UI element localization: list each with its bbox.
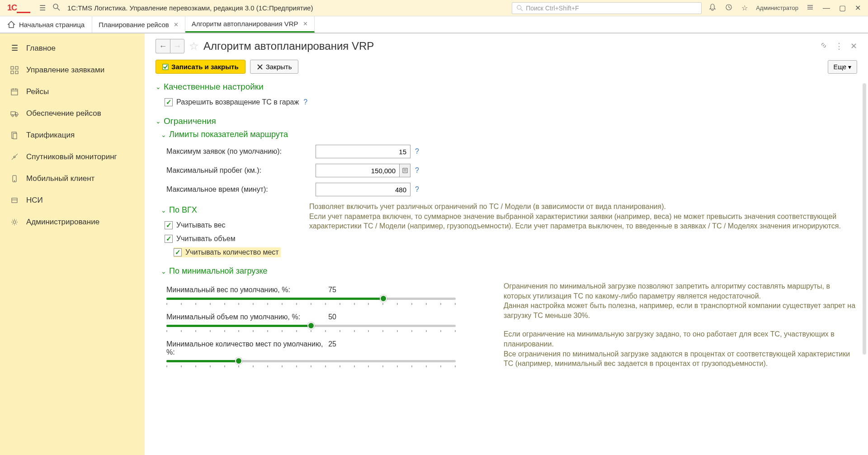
places-label: Учитывать количество мест (185, 248, 279, 256)
section-minload[interactable]: ⌄ По минимальной загрузке (161, 266, 857, 276)
window-close-icon[interactable]: ✕ (851, 2, 864, 14)
scrollbar[interactable] (863, 83, 866, 355)
sidebar-item-label: Управление заявками (26, 66, 104, 75)
max-time-label: Максимальное время (минут): (166, 185, 316, 194)
tab-close-icon[interactable]: ✕ (303, 20, 308, 27)
section-limits[interactable]: ⌄ Ограничения (156, 116, 857, 126)
sidebar-item-main[interactable]: ☰ Главное (0, 37, 145, 59)
save-close-label: Записать и закрыть (171, 63, 239, 71)
sidebar-item-supply[interactable]: Обеспечение рейсов (0, 103, 145, 124)
sidebar-item-sat[interactable]: Спутниковый мониторинг (0, 146, 145, 168)
more-icon[interactable]: ⋮ (835, 41, 843, 52)
help-icon[interactable]: ? (303, 98, 307, 106)
tabs-row: Начальная страница Планирование рейсов ✕… (0, 16, 868, 33)
bell-icon[interactable] (705, 2, 720, 14)
sidebar-item-tariff[interactable]: Тарификация (0, 124, 145, 146)
min-weight-slider[interactable] (166, 297, 456, 300)
hamburger-icon[interactable]: ☰ (36, 2, 49, 14)
svg-point-2 (517, 5, 521, 9)
section-title: По минимальной загрузке (169, 266, 268, 276)
section-route-limits[interactable]: ⌄ Лимиты показателей маршрута (161, 130, 857, 139)
help-icon[interactable]: ? (415, 185, 419, 194)
star-icon[interactable]: ☆ (738, 2, 751, 14)
svg-rect-30 (403, 168, 407, 173)
min-volume-slider[interactable] (166, 324, 456, 327)
chevron-down-icon: ⌄ (161, 268, 166, 275)
max-km-input[interactable] (316, 164, 400, 177)
tab-vrp-algorithm[interactable]: Алгоритм автопланирования VRP ✕ (185, 16, 315, 33)
phone-icon (9, 175, 20, 183)
history-icon[interactable] (722, 2, 736, 14)
svg-point-18 (15, 115, 17, 117)
doc-icon (9, 131, 20, 139)
help-icon[interactable]: ? (415, 147, 419, 156)
chevron-down-icon: ⌄ (156, 118, 161, 125)
maximize-icon[interactable]: ▢ (835, 2, 849, 14)
close-content-icon[interactable]: ✕ (850, 41, 857, 52)
volume-checkbox[interactable] (165, 235, 173, 243)
nav-back-button[interactable]: ← (156, 39, 170, 53)
max-km-row: Максимальный пробег (км.): ? (166, 164, 857, 177)
sidebar-item-admin[interactable]: Администрирование (0, 211, 145, 233)
sidebar-item-routes[interactable]: Рейсы (0, 81, 145, 103)
min-places-slider-row: Минимальное количество мест по умолчанию… (166, 340, 490, 363)
sidebar-item-orders[interactable]: Управление заявками (0, 59, 145, 81)
sidebar-item-mobile[interactable]: Мобильный клиент (0, 168, 145, 190)
svg-point-26 (13, 221, 16, 223)
svg-rect-16 (11, 112, 15, 115)
svg-point-23 (14, 180, 15, 181)
favorite-icon[interactable]: ☆ (189, 40, 199, 52)
places-checkbox[interactable] (174, 248, 182, 256)
sidebar-item-nsi[interactable]: НСИ (0, 190, 145, 211)
weight-checkbox[interactable] (165, 221, 173, 229)
sidebar-item-label: Администрирование (26, 218, 99, 227)
save-and-close-button[interactable]: Записать и закрыть (156, 60, 245, 74)
min-places-slider[interactable] (166, 359, 456, 363)
max-time-input[interactable] (316, 183, 410, 196)
nav-forward-button[interactable]: → (170, 39, 184, 53)
svg-line-3 (521, 9, 523, 10)
calendar-icon (9, 88, 20, 96)
min-weight-label: Минимальный вес по умолчанию, %: (166, 286, 290, 294)
chevron-down-icon: ⌄ (161, 131, 166, 138)
menu-icon: ☰ (9, 43, 20, 53)
close-label: Закрыть (266, 63, 292, 71)
minload-desc2: Если ограничение на минимальную загрузку… (504, 329, 857, 368)
allow-return-checkbox[interactable] (165, 98, 173, 106)
settings-icon[interactable] (803, 2, 817, 14)
svg-rect-11 (15, 71, 18, 74)
chevron-down-icon: ⌄ (156, 83, 161, 90)
search-icon[interactable] (49, 2, 64, 14)
help-icon[interactable]: ? (415, 166, 419, 175)
min-places-label: Минимальное количество мест по умолчанию… (166, 340, 328, 356)
section-vgh[interactable]: ⌄ По ВГХ (161, 205, 300, 215)
user-label[interactable]: Администратор (753, 5, 801, 11)
min-places-value: 25 (328, 340, 336, 356)
min-volume-slider-row: Минимальный объем по умолчанию, %: 50 (166, 313, 490, 327)
tab-label: Планирование рейсов (99, 21, 169, 28)
close-button[interactable]: Закрыть (250, 60, 299, 74)
grid-icon (9, 66, 20, 74)
link-icon[interactable] (820, 41, 828, 52)
minimize-icon[interactable]: — (819, 2, 834, 14)
section-quality[interactable]: ⌄ Качественные настройки (156, 82, 857, 92)
max-orders-label: Максимум заявок (по умолчанию): (166, 147, 316, 156)
sidebar-item-label: НСИ (26, 196, 43, 205)
home-tab[interactable]: Начальная страница (0, 16, 92, 33)
content-area: ← → ☆ Алгоритм автопланирования VRP ⋮ ✕ … (145, 33, 868, 455)
app-logo: 1C (7, 3, 32, 13)
sidebar-item-label: Рейсы (26, 87, 49, 96)
allow-return-label: Разрешить возвращение ТС в гараж (176, 98, 299, 106)
tab-planning[interactable]: Планирование рейсов ✕ (92, 16, 185, 33)
max-orders-input[interactable] (316, 145, 410, 158)
vgh-description: Позволяет включить учет различных ограни… (309, 202, 857, 231)
tab-close-icon[interactable]: ✕ (174, 21, 179, 28)
search-placeholder: Поиск Ctrl+Shift+F (526, 5, 579, 12)
more-button[interactable]: Еще ▾ (828, 60, 857, 74)
section-title: По ВГХ (169, 205, 197, 215)
allow-return-checkbox-row: Разрешить возвращение ТС в гараж ? (165, 95, 857, 109)
volume-label: Учитывать объем (176, 235, 236, 243)
global-search-input[interactable]: Поиск Ctrl+Shift+F (512, 2, 702, 14)
section-title: Качественные настройки (164, 82, 264, 92)
calculator-icon[interactable] (400, 164, 410, 177)
